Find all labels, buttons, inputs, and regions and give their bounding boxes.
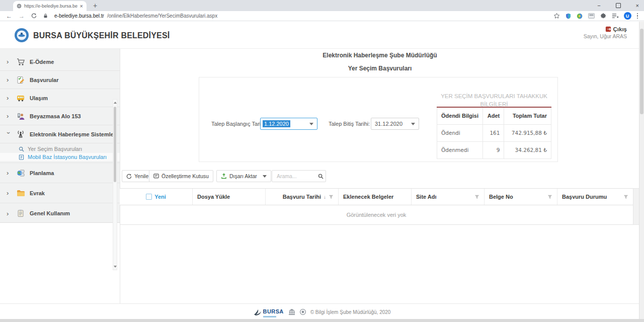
- sidebar-item-planlama[interactable]: › Planlama: [0, 163, 120, 183]
- color-extension-icon[interactable]: [577, 13, 583, 19]
- shield-extension-icon[interactable]: [566, 13, 571, 19]
- tahakkuk-title: YER SEÇİM BAŞVURULARI TAHAKKUK BİLGİLERİ: [436, 92, 552, 108]
- application-form-icon: [16, 75, 25, 85]
- department-title: Elektronik Haberleşme Şube Müdürlüğü: [120, 52, 639, 59]
- filter-funnel-icon[interactable]: [474, 194, 479, 199]
- close-window-icon[interactable]: ×: [636, 3, 639, 9]
- url-text[interactable]: e-belediye.bursa.bel.tr/online/ElkHaberl…: [54, 13, 547, 19]
- back-icon[interactable]: ←: [6, 13, 12, 19]
- app-title: BURSA BÜYÜKŞEHİR BELEDİYESİ: [33, 31, 170, 40]
- tahakkuk-col-header: Adet: [483, 107, 504, 124]
- footer-copyright: © Bilgi İşlem Şube Müdürlüğü, 2020: [310, 309, 391, 315]
- tab-title: https://e-belediye.bursa.bel.tr/o...: [24, 4, 77, 9]
- tahakkuk-col-header: Ödendi Bilgisi: [437, 107, 483, 124]
- export-button[interactable]: Dışarı Aktar: [216, 170, 271, 182]
- sidebar-scroll-thumb[interactable]: [114, 107, 116, 182]
- padlock-icon[interactable]: [43, 13, 48, 19]
- document-icon: [18, 154, 24, 160]
- browser-url-bar: ← → e-belediye.bursa.bel.tr/online/ElkHa…: [0, 11, 644, 21]
- grid-column-label: Dosya Yükle: [197, 194, 230, 200]
- sidebar-item-evrak[interactable]: › Evrak: [0, 183, 120, 203]
- sidebar-item-mobil-baz-istasyonu[interactable]: Mobil Baz İstasyonu Başvuruları: [0, 153, 120, 161]
- grid-new-button[interactable]: Yeni: [120, 189, 193, 205]
- filter-funnel-icon[interactable]: [547, 194, 552, 199]
- grid-column-dosya-yukle[interactable]: Dosya Yükle: [193, 189, 266, 205]
- sidebar-item-ulasim[interactable]: › Ulaşım: [0, 89, 120, 107]
- grid-header-row: Yeni Dosya Yükle Başvuru Tarihi ↓ Eklene…: [120, 188, 633, 205]
- new-item-icon: [146, 194, 152, 200]
- tahakkuk-status: Ödenmedi: [437, 141, 483, 158]
- page-scroll-thumb[interactable]: [640, 29, 643, 114]
- grid-column-basvuru-tarihi[interactable]: Başvuru Tarihi ↓: [266, 189, 339, 205]
- search-input[interactable]: [276, 173, 318, 180]
- tahakkuk-row: Ödenmedi 9 34.262,81 ₺: [437, 141, 551, 158]
- cart-icon: [16, 57, 25, 66]
- search-icon[interactable]: [318, 174, 324, 179]
- page-title: Yer Seçim Başvuruları: [120, 65, 639, 72]
- magnifier-icon: [18, 146, 24, 152]
- end-date-input[interactable]: 31.12.2020: [371, 118, 419, 130]
- reading-list-icon[interactable]: [612, 13, 618, 19]
- sidebar-item-e-odeme[interactable]: › E-Ödeme: [0, 53, 120, 71]
- bookmark-star-icon[interactable]: [553, 13, 560, 19]
- tahakkuk-col-header: Toplam Tutar: [504, 107, 551, 124]
- tab-close-icon[interactable]: ×: [80, 4, 83, 9]
- sidebar-item-label: Elektronik Haberleşme Sistemleri: [30, 131, 117, 137]
- end-date-label: Talep Bitiş Tarihi:: [329, 121, 370, 127]
- grid-column-basvuru-durumu[interactable]: Başvuru Durumu: [557, 189, 633, 205]
- tahakkuk-total: 34.262,81 ₺: [504, 141, 551, 158]
- grid-empty-message: Görüntülenecek veri yok: [120, 205, 633, 225]
- start-date-input[interactable]: 1.12.2020: [260, 118, 317, 130]
- maximize-icon[interactable]: [616, 3, 621, 8]
- sidebar-subitem-label: Yer Seçim Başvuruları: [28, 146, 82, 152]
- filter-funnel-icon[interactable]: [623, 194, 628, 199]
- logout-label: Çıkış: [613, 26, 627, 32]
- chevron-right-icon: ›: [7, 169, 11, 177]
- scroll-up-icon[interactable]: [114, 102, 117, 104]
- tahakkuk-total: 742.915,88 ₺: [504, 124, 551, 141]
- refresh-button[interactable]: Yenile: [122, 170, 153, 182]
- puzzle-extensions-icon[interactable]: [600, 13, 606, 19]
- search-box[interactable]: [272, 170, 326, 182]
- sort-descending-icon[interactable]: ↓: [324, 194, 326, 200]
- logout-button[interactable]: Çıkış: [584, 26, 627, 32]
- minimize-icon[interactable]: −: [597, 3, 600, 9]
- grid-column-label: Yeni: [154, 194, 166, 200]
- reload-icon[interactable]: [31, 13, 37, 19]
- chevron-down-icon[interactable]: [263, 175, 267, 178]
- filter-funnel-icon[interactable]: [329, 194, 334, 199]
- grid-column-site-adi[interactable]: Site Adı: [412, 189, 485, 205]
- sidebar-scrollbar[interactable]: [113, 99, 117, 270]
- sidebar-item-beyazmasa[interactable]: › Beyazmasa Alo 153: [0, 107, 120, 125]
- sidebar-item-elektronik-haberlesme[interactable]: › Elektronik Haberleşme Sistemleri: [0, 125, 120, 143]
- browser-tab[interactable]: https://e-belediye.bursa.bel.tr/o... ×: [13, 1, 87, 11]
- grid-column-label: Site Adı: [416, 194, 437, 200]
- grid-column-belge-no[interactable]: Belge No: [485, 189, 557, 205]
- user-greeting: Sayın, Uğur ARAS: [584, 33, 627, 39]
- card-extension-icon[interactable]: [588, 13, 595, 19]
- chevron-down-icon[interactable]: [309, 123, 313, 125]
- seal-emblem-icon: [300, 309, 306, 315]
- chevron-down-icon: ›: [5, 132, 13, 136]
- browser-menu-icon[interactable]: [637, 13, 638, 19]
- forward-icon[interactable]: →: [19, 13, 25, 19]
- sidebar-divider: [120, 49, 120, 303]
- refresh-icon: [126, 174, 132, 179]
- sidebar-item-basvurular[interactable]: › Başvurular: [0, 71, 120, 89]
- call-center-icon: [16, 111, 25, 121]
- sidebar-item-yer-secim-basvurulari[interactable]: Yer Seçim Başvuruları: [0, 145, 120, 153]
- customize-button[interactable]: Özelleştirme Kutusu: [149, 170, 213, 182]
- bursa-logo-icon: [14, 28, 29, 43]
- sidebar-item-genel-kullanim[interactable]: › Genel Kullanım: [0, 203, 120, 223]
- scroll-down-icon[interactable]: [114, 266, 117, 268]
- new-tab-button[interactable]: +: [91, 1, 100, 10]
- page-scrollbar[interactable]: [639, 22, 644, 319]
- browser-profile-avatar[interactable]: U: [624, 12, 631, 20]
- chevron-right-icon: ›: [7, 76, 11, 84]
- customize-label: Özelleştirme Kutusu: [162, 173, 209, 179]
- grid-column-eklenecek-belgeler[interactable]: Eklenecek Belgeler: [339, 189, 412, 205]
- bursa-footer-logo: BURSA: [254, 306, 284, 317]
- grid-column-label: Belge No: [489, 194, 513, 200]
- footer: BURSA © Bilgi İşlem Şube Müdürlüğü, 2020: [0, 305, 644, 318]
- chevron-down-icon[interactable]: [411, 123, 415, 125]
